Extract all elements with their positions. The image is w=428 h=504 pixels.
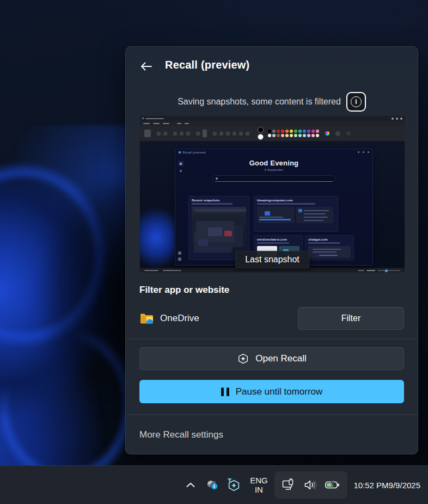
snapshot-card-bleepingcomputer: bleepingcomputer.com: [254, 196, 338, 232]
snapshot-recall-window: Recall (preview) Good Evening 9 Septembe…: [175, 149, 373, 266]
open-recall-label: Open Recall: [255, 353, 307, 364]
pause-until-tomorrow-button[interactable]: Pause until tomorrow: [139, 380, 404, 403]
palette-dot: [290, 130, 293, 133]
paint-color-palette: [268, 130, 319, 137]
open-recall-button[interactable]: Open Recall: [139, 347, 404, 370]
palette-dot: [285, 134, 289, 137]
snapshot-paint-menubar: [140, 121, 405, 126]
paint-color-picker-icon: [325, 131, 329, 136]
palette-dot: [298, 130, 302, 133]
palette-dot: [268, 134, 271, 137]
palette-dot: [277, 130, 280, 133]
language-line2: IN: [255, 485, 263, 494]
status-row: Saving snapshots, some content is filter…: [126, 91, 418, 112]
page-title: Recall (preview): [165, 59, 250, 71]
taskbar: ENG IN: [0, 465, 428, 504]
paint-fg-bg-colors: [258, 127, 264, 140]
snapshot-search-bar: [212, 175, 335, 182]
snapshot-paint-titlebar: [140, 116, 405, 121]
chevron-up-icon: [186, 482, 195, 488]
info-icon: [351, 96, 362, 107]
palette-dot: [311, 134, 315, 137]
filter-button[interactable]: Filter: [298, 307, 404, 330]
pause-icon: [221, 388, 229, 396]
battery-charging-icon: [325, 478, 340, 492]
palette-dot: [285, 130, 289, 133]
recall-tray-button[interactable]: [225, 476, 242, 494]
show-hidden-icons-button[interactable]: [182, 476, 199, 494]
onedrive-folder-icon: [139, 312, 154, 325]
palette-dot: [281, 134, 284, 137]
language-line1: ENG: [250, 476, 268, 485]
back-button[interactable]: [136, 57, 156, 76]
language-indicator[interactable]: ENG IN: [246, 472, 271, 497]
filter-button-label: Filter: [341, 314, 361, 323]
status-text: Saving snapshots, some content is filter…: [178, 97, 341, 107]
divider: [126, 414, 418, 415]
palette-dot: [316, 130, 319, 133]
palette-dot: [303, 130, 306, 133]
recall-icon: [237, 353, 249, 365]
snapshot-card-chatgpt: chatgpt.com: [305, 235, 354, 260]
palette-dot: [277, 134, 280, 137]
palette-dot: [311, 130, 315, 133]
more-recall-settings-link[interactable]: More Recall settings: [139, 429, 223, 440]
last-snapshot-preview[interactable]: Recall (preview) Good Evening 9 Septembe…: [139, 115, 405, 273]
desktop: Recall (preview) Saving snapshots, some …: [0, 0, 428, 504]
palette-dot: [272, 130, 276, 133]
snapshot-sidebar-bottom: [178, 251, 181, 261]
taskbar-clock[interactable]: 10:52 PM 9/9/2025: [353, 480, 420, 490]
clock-date: 9/9/2025: [389, 480, 420, 490]
palette-dot: [272, 134, 276, 137]
palette-dot: [294, 130, 297, 133]
palette-dot: [307, 130, 310, 133]
last-snapshot-label: Last snapshot: [235, 251, 309, 268]
palette-dot: [298, 134, 302, 137]
network-icon: [282, 478, 296, 492]
divider: [126, 339, 418, 339]
palette-dot: [316, 134, 319, 137]
snapshot-desktop-area: Recall (preview) Good Evening 9 Septembe…: [140, 142, 405, 268]
palette-dot: [307, 134, 310, 137]
back-arrow-icon: [140, 62, 152, 71]
clock-time: 10:52 PM: [353, 480, 388, 490]
snapshot-paint-toolbar: [140, 126, 405, 142]
snapshot-greeting-date: 9 September: [175, 168, 372, 171]
palette-dot: [290, 134, 293, 137]
pause-button-label: Pause until tomorrow: [236, 386, 323, 397]
volume-icon: [303, 478, 317, 492]
filter-section-heading: Filter app or website: [139, 285, 229, 296]
recall-tray-icon: [225, 478, 242, 493]
palette-dot: [268, 130, 271, 133]
info-button[interactable]: [346, 92, 366, 112]
onedrive-tray-icon: [205, 478, 220, 491]
filter-app-name: OneDrive: [160, 313, 199, 324]
snapshot-sidebar: [178, 161, 184, 173]
recall-flyout-panel: Recall (preview) Saving snapshots, some …: [125, 46, 418, 454]
snapshot-recall-window-title: Recall (preview): [182, 150, 206, 153]
palette-dot: [303, 134, 306, 137]
onedrive-tray-button[interactable]: [204, 476, 221, 494]
palette-dot: [294, 134, 297, 137]
palette-dot: [281, 130, 284, 133]
snapshot-greeting: Good Evening: [175, 159, 372, 167]
filter-app-row: OneDrive Filter: [139, 307, 404, 330]
system-tray-group[interactable]: [274, 471, 347, 499]
